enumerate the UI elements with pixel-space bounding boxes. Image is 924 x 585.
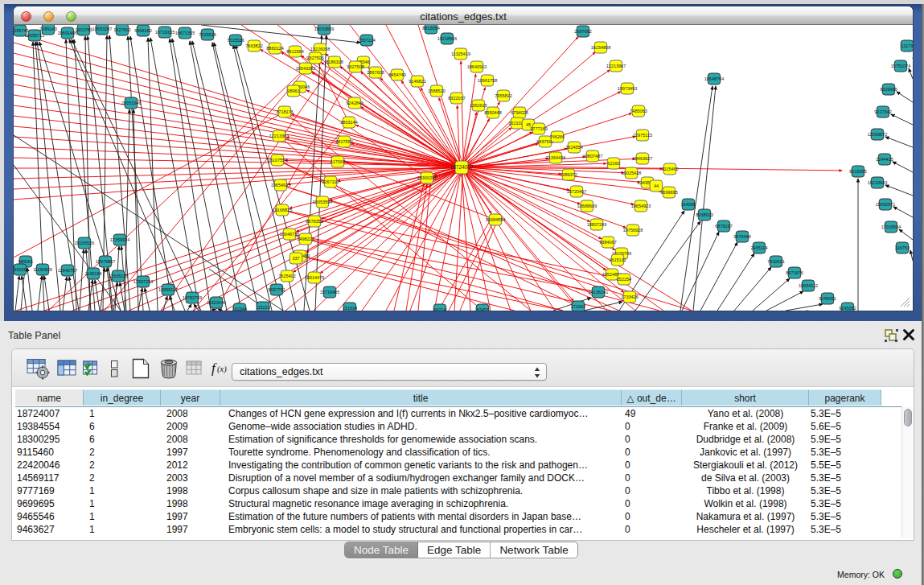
svg-text:3267110: 3267110	[322, 179, 339, 184]
svg-text:1145194: 1145194	[84, 271, 101, 276]
svg-text:3498222: 3498222	[297, 237, 314, 241]
svg-text:2867608: 2867608	[367, 70, 384, 75]
svg-text:2089143: 2089143	[39, 27, 56, 31]
svg-text:16782759: 16782759	[183, 295, 202, 300]
svg-text:8186328: 8186328	[326, 60, 343, 64]
svg-text:17359924: 17359924	[110, 237, 129, 242]
svg-text:20053346: 20053346	[121, 101, 141, 105]
svg-text:2935114: 2935114	[750, 245, 767, 250]
svg-text:19218506: 19218506	[437, 36, 457, 41]
svg-text:746266: 746266	[550, 134, 565, 139]
svg-text:9699695: 9699695	[660, 190, 677, 195]
svg-text:10648764: 10648764	[704, 76, 724, 81]
svg-text:16671355: 16671355	[175, 31, 195, 35]
svg-text:19654923: 19654923	[271, 183, 290, 187]
svg-text:f: f	[211, 360, 217, 376]
svg-text:11923446: 11923446	[207, 300, 226, 305]
svg-text:19166825: 19166825	[273, 208, 292, 212]
svg-text:7663822: 7663822	[245, 43, 262, 48]
svg-text:11156829: 11156829	[33, 267, 52, 272]
svg-text:(x): (x)	[217, 365, 227, 374]
svg-text:9384067: 9384067	[599, 240, 616, 245]
svg-text:6466160: 6466160	[134, 28, 151, 33]
svg-text:8912954: 8912954	[286, 49, 303, 54]
svg-text:3624554: 3624554	[565, 145, 582, 150]
svg-text:10973493: 10973493	[618, 86, 637, 91]
svg-text:18724007: 18724007	[450, 164, 474, 170]
svg-text:98961: 98961	[287, 89, 299, 93]
svg-text:8215955: 8215955	[849, 169, 866, 174]
svg-text:2718176: 2718176	[276, 109, 293, 114]
svg-text:39159: 39159	[14, 267, 26, 272]
svg-text:10654112: 10654112	[799, 283, 818, 288]
svg-text:1362615: 1362615	[470, 103, 487, 108]
svg-text:7386372: 7386372	[560, 172, 577, 177]
svg-text:8471676: 8471676	[786, 270, 803, 275]
svg-text:16107554: 16107554	[268, 158, 287, 163]
svg-text:18640910: 18640910	[467, 64, 487, 69]
svg-text:1733426: 1733426	[621, 295, 638, 299]
svg-text:252254: 252254	[617, 277, 631, 282]
svg-text:6794028: 6794028	[511, 110, 528, 115]
svg-text:8427552: 8427552	[335, 139, 352, 144]
svg-text:173342: 173342	[571, 304, 585, 309]
svg-text:16210643: 16210643	[868, 180, 887, 185]
svg-text:16033809: 16033809	[314, 27, 334, 31]
svg-text:21364436: 21364436	[546, 155, 565, 160]
svg-text:8813054: 8813054	[422, 26, 439, 31]
svg-text:1902783: 1902783	[75, 27, 92, 32]
svg-text:192344: 192344	[232, 307, 247, 311]
svg-text:10688609: 10688609	[577, 204, 597, 208]
svg-text:16914479: 16914479	[305, 275, 324, 280]
svg-text:10719155: 10719155	[155, 30, 175, 35]
svg-text:44: 44	[654, 183, 659, 188]
svg-text:13226058: 13226058	[310, 47, 330, 51]
svg-text:9245052: 9245052	[819, 296, 836, 301]
svg-text:12213383: 12213383	[269, 134, 289, 138]
svg-text:10807487: 10807487	[583, 154, 602, 159]
svg-text:14055712: 14055712	[25, 33, 44, 38]
svg-text:1527602: 1527602	[113, 27, 130, 32]
svg-text:7955812: 7955812	[495, 93, 511, 98]
svg-text:8938923: 8938923	[696, 212, 713, 217]
svg-text:12975115: 12975115	[633, 133, 652, 138]
svg-text:9777169: 9777169	[530, 126, 547, 131]
svg-text:12942757: 12942757	[58, 268, 77, 273]
svg-text:19975867: 19975867	[96, 259, 115, 264]
svg-text:9242843: 9242843	[346, 101, 363, 105]
svg-text:20206526: 20206526	[75, 241, 94, 245]
svg-text:15751074: 15751074	[891, 64, 910, 68]
svg-text:6879197: 6879197	[715, 224, 732, 229]
svg-text:1588520: 1588520	[428, 89, 445, 93]
svg-text:15716485: 15716485	[320, 290, 339, 295]
svg-text:9146821: 9146821	[409, 79, 425, 84]
svg-text:8990448: 8990448	[484, 110, 501, 115]
svg-text:10543382: 10543382	[296, 66, 315, 71]
svg-text:10961758: 10961758	[478, 78, 497, 83]
svg-text:1615132: 1615132	[609, 257, 626, 262]
svg-text:7357224: 7357224	[358, 38, 375, 43]
svg-text:8454749: 8454749	[388, 72, 405, 77]
svg-text:17016504: 17016504	[881, 225, 901, 229]
svg-text:151634: 151634	[343, 306, 357, 311]
svg-text:10025438: 10025438	[622, 171, 641, 175]
svg-text:164095: 164095	[681, 202, 696, 207]
svg-text:9327508: 9327508	[347, 64, 363, 69]
svg-text:12505135: 12505135	[109, 274, 128, 278]
svg-text:87453: 87453	[476, 307, 488, 311]
svg-text:19384554: 19384554	[486, 217, 505, 222]
svg-text:9227342: 9227342	[874, 109, 891, 114]
svg-text:1244415: 1244415	[876, 157, 893, 162]
svg-text:11325419: 11325419	[451, 51, 470, 56]
svg-text:11173: 11173	[901, 43, 913, 48]
svg-text:985061: 985061	[18, 259, 33, 264]
svg-text:19463627: 19463627	[633, 156, 652, 161]
svg-text:15692971: 15692971	[876, 202, 895, 207]
svg-text:7515526: 7515526	[199, 32, 216, 37]
svg-text:18300295: 18300295	[417, 175, 437, 180]
svg-text:17957253: 17957253	[133, 279, 153, 284]
svg-text:116753: 116753	[895, 245, 910, 250]
svg-text:9474444: 9474444	[733, 234, 750, 239]
svg-text:9329966: 9329966	[880, 87, 897, 92]
svg-text:18807249: 18807249	[587, 222, 606, 227]
